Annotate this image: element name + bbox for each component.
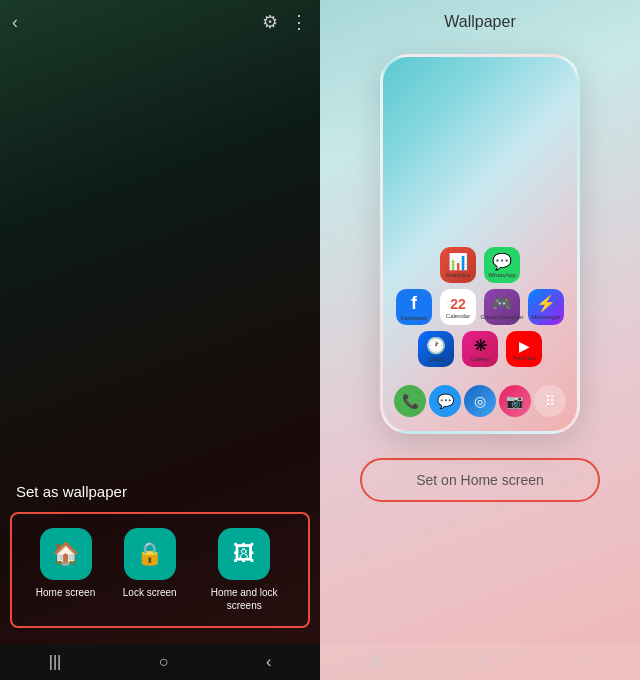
wallpaper-options-box: 🏠 Home screen 🔒 Lock screen 🖼 Home and l… xyxy=(10,512,310,628)
lock-screen-option[interactable]: 🔒 Lock screen xyxy=(123,528,177,599)
app-row-1: 📊 Analytics 💬 WhatsApp xyxy=(393,247,567,283)
back-icon[interactable]: ‹ xyxy=(12,12,18,33)
dock-camera: 📷 xyxy=(499,385,531,417)
right-home-icon[interactable]: ○ xyxy=(479,653,489,671)
dock-messages: 💬 xyxy=(429,385,461,417)
home-and-lock-option[interactable]: 🖼 Home and lock screens xyxy=(204,528,284,612)
app-analytics: 📊 Analytics xyxy=(440,247,476,283)
app-gamelauncher: 🎮 Game Launcher xyxy=(484,289,520,325)
dock-row: 📞 💬 ◎ 📷 ⠿ xyxy=(393,381,567,421)
right-recent-icon[interactable]: ||| xyxy=(369,653,381,671)
home-screen-option[interactable]: 🏠 Home screen xyxy=(36,528,95,599)
app-row-2: f Facebook 22 Calendar 🎮 Game Launcher ⚡… xyxy=(393,289,567,325)
left-panel: ‹ ⚙ ⋮ Set as wallpaper 🏠 Home screen 🔒 L… xyxy=(0,0,320,680)
lock-screen-icon: 🔒 xyxy=(124,528,176,580)
left-bottom-bar: ||| ○ ‹ xyxy=(0,644,320,680)
right-bottom-bar: ||| ○ ‹ xyxy=(320,644,640,680)
left-top-bar: ‹ ⚙ ⋮ xyxy=(0,0,320,44)
dock-apps: ⠿ xyxy=(534,385,566,417)
app-whatsapp: 💬 WhatsApp xyxy=(484,247,520,283)
set-as-wallpaper-label: Set as wallpaper xyxy=(0,483,320,512)
app-gallery: ❋ Gallery xyxy=(462,331,498,367)
app-row-3: 🕐 Clock ❋ Gallery ▶ YouTube xyxy=(393,331,567,367)
set-home-button-box[interactable]: Set on Home screen xyxy=(360,458,600,502)
more-icon[interactable]: ⋮ xyxy=(290,11,308,33)
phone-mockup: 📊 Analytics 💬 WhatsApp f Facebook 22 Cal… xyxy=(380,54,580,434)
phone-app-grid: 📊 Analytics 💬 WhatsApp f Facebook 22 Cal… xyxy=(393,247,567,421)
set-home-button[interactable]: Set on Home screen xyxy=(362,460,598,500)
back-nav-icon[interactable]: ‹ xyxy=(266,653,271,671)
whatsapp-label: WhatsApp xyxy=(488,272,516,278)
app-facebook: f Facebook xyxy=(396,289,432,325)
home-nav-icon[interactable]: ○ xyxy=(159,653,169,671)
gamelauncher-label: Game Launcher xyxy=(480,314,523,320)
recent-apps-icon[interactable]: ||| xyxy=(49,653,61,671)
right-title: Wallpaper xyxy=(444,13,515,31)
lock-screen-label: Lock screen xyxy=(123,586,177,599)
facebook-label: Facebook xyxy=(401,315,427,321)
analytics-label: Analytics xyxy=(446,272,470,278)
dock-phone: 📞 xyxy=(394,385,426,417)
home-and-lock-label: Home and lock screens xyxy=(204,586,284,612)
youtube-label: YouTube xyxy=(512,355,536,361)
right-back-icon[interactable]: ‹ xyxy=(586,653,591,671)
app-calendar: 22 Calendar xyxy=(440,289,476,325)
app-youtube: ▶ YouTube xyxy=(506,331,542,367)
messenger-label: Messenger xyxy=(531,314,561,320)
dock-samsung: ◎ xyxy=(464,385,496,417)
home-and-lock-icon: 🖼 xyxy=(218,528,270,580)
settings-icon[interactable]: ⚙ xyxy=(262,11,278,33)
calendar-label: Calendar xyxy=(446,313,470,319)
right-top-bar: Wallpaper xyxy=(320,0,640,44)
home-screen-label: Home screen xyxy=(36,586,95,599)
app-messenger: ⚡ Messenger xyxy=(528,289,564,325)
app-clock: 🕐 Clock xyxy=(418,331,454,367)
gallery-label: Gallery xyxy=(470,356,489,362)
right-panel: Wallpaper 📊 Analytics 💬 WhatsApp f Faceb… xyxy=(320,0,640,680)
home-screen-icon: 🏠 xyxy=(40,528,92,580)
clock-label: Clock xyxy=(428,356,443,362)
